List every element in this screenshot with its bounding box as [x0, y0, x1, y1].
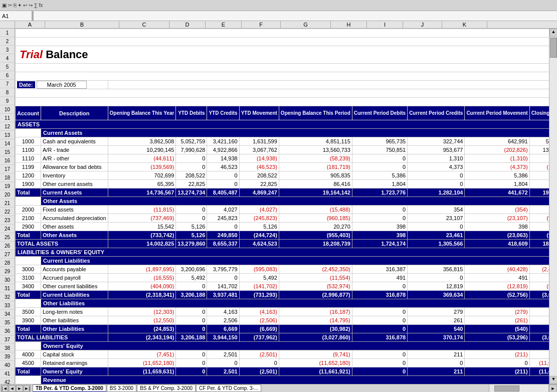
- acct-4500[interactable]: 4500: [16, 359, 41, 367]
- row-17: 1900 Other current assets 65,395 22,825 …: [16, 180, 549, 188]
- owners-equity-header: Owners' Equity: [41, 342, 549, 350]
- acct-3400[interactable]: 3400: [16, 282, 41, 291]
- cp-m-2100: (23,107): [465, 214, 529, 223]
- cb-1200: 911,221: [529, 171, 549, 180]
- ytd-d-1200: 208,522: [176, 171, 207, 180]
- ob-ty-2000: (11,815): [108, 206, 176, 214]
- acct-2900[interactable]: 2900: [16, 223, 41, 231]
- col-header-b[interactable]: B: [45, 21, 119, 28]
- col-header-g[interactable]: G: [281, 21, 331, 28]
- name-box[interactable]: A1: [0, 11, 33, 21]
- ob-tp-1110: (58,239): [279, 154, 352, 163]
- cp-m-1110: (1,310): [465, 154, 529, 163]
- row-40-revenue: Revenue: [16, 376, 549, 384]
- cp-d-2000: 0: [352, 206, 407, 214]
- vertical-scrollbar[interactable]: ▲ ▼: [549, 29, 557, 384]
- row-29: 3400 Other current liabilities (404,090)…: [16, 282, 549, 291]
- row-21: 2100 Accumulated depreciation (737,469) …: [16, 214, 549, 223]
- date-value[interactable]: March 2005: [37, 81, 87, 89]
- total-assets-ytd-c: 8,655,337: [207, 240, 239, 248]
- desc-4000: Capital stock: [41, 350, 108, 359]
- cp-d-3000: 316,387: [352, 265, 407, 274]
- total-cl-ytd-d: 3,206,188: [176, 291, 207, 299]
- col-header-f[interactable]: F: [242, 21, 281, 28]
- acct-1199[interactable]: 1199: [16, 163, 41, 171]
- date-label: Date:: [17, 81, 35, 88]
- row-15: 1199 Allowance for bad debts (139,569) 0…: [16, 163, 549, 171]
- scroll-thumb[interactable]: [550, 38, 557, 58]
- rn-13: 13: [0, 131, 15, 139]
- total-cl-cp-d: 316,878: [352, 291, 407, 299]
- cp-m-1100: (202,826): [465, 146, 529, 154]
- tab-nav-first[interactable]: |◄: [1, 385, 8, 392]
- horizontal-scroll-thumb[interactable]: [494, 385, 519, 391]
- tab-bs[interactable]: BS 3-2000: [107, 384, 136, 392]
- tab-nav-next[interactable]: ►: [16, 385, 23, 392]
- cb-3400: (545,793): [529, 282, 549, 291]
- col-header-i[interactable]: I: [367, 21, 403, 28]
- col-header-e[interactable]: E: [206, 21, 242, 28]
- acct-3500[interactable]: 3500: [16, 308, 41, 316]
- ytd-c-1900: 0: [207, 180, 239, 188]
- total-ol-ytd-d: 0: [176, 325, 207, 333]
- ob-ty-1199: (139,569): [108, 163, 176, 171]
- acct-1000[interactable]: 1000: [16, 137, 41, 146]
- cb-2900: 20,668: [529, 223, 549, 231]
- rn-39: 39: [0, 352, 15, 361]
- row-12: 1000 Cash and equivalents 3,862,508 5,05…: [16, 137, 549, 146]
- scroll-track[interactable]: [549, 37, 557, 376]
- ytd-c-3900: 2,506: [207, 316, 239, 325]
- scroll-right-button[interactable]: ►: [549, 384, 557, 392]
- acct-1200[interactable]: 1200: [16, 171, 41, 180]
- cb-3900: (15,056): [529, 316, 549, 325]
- acct-2100[interactable]: 2100: [16, 214, 41, 223]
- tab-nav-prev[interactable]: ◄: [9, 385, 16, 392]
- ob-ty-1200: 702,699: [108, 171, 176, 180]
- cp-d-4500: 0: [352, 359, 407, 367]
- cp-c-4500: 0: [408, 359, 465, 367]
- table-scroll-area[interactable]: Trial Balance Date: M: [15, 29, 549, 384]
- rn-19: 19: [0, 182, 15, 190]
- total-cl-ob-ty: (2,318,341): [108, 291, 176, 299]
- scroll-up-button[interactable]: ▲: [549, 29, 557, 37]
- ytd-d-2000: 0: [176, 206, 207, 214]
- tab-bs-py[interactable]: BS & PY Comp. 3-2000: [137, 384, 196, 392]
- tab-nav-last[interactable]: ►|: [24, 385, 31, 392]
- horizontal-scrollbar[interactable]: [489, 384, 549, 392]
- total-cl-ytd-m: (731,293): [239, 291, 279, 299]
- rn-42: 42: [0, 378, 15, 384]
- acct-2000[interactable]: 2000: [16, 206, 41, 214]
- col-header-k[interactable]: K: [442, 21, 487, 28]
- acct-4000[interactable]: 4000: [16, 350, 41, 359]
- desc-1000: Cash and equivalents: [41, 137, 108, 146]
- header-ob-tp: Opening Balance This Period: [279, 106, 352, 120]
- main-table: Trial Balance Date: M: [15, 29, 549, 384]
- acct-1900[interactable]: 1900: [16, 180, 41, 188]
- tab-cf-ytd[interactable]: CF Per. & YTD Comp. 3-...: [196, 384, 261, 392]
- header-description: Description: [41, 106, 108, 120]
- desc-1900: Other current assets: [41, 180, 108, 188]
- ytd-m-2100: (245,823): [239, 214, 279, 223]
- scroll-down-button[interactable]: ▼: [549, 376, 557, 384]
- row-20: 2000 Fixed assets (11,815) 0 4,027 (4,02…: [16, 206, 549, 214]
- ob-ty-3000: (1,897,695): [108, 265, 176, 274]
- col-header-c[interactable]: C: [119, 21, 169, 28]
- total-ol-label: Total: [16, 325, 41, 333]
- row-23-total-other-assets: Total Other Assets (733,742) 5,126 249,8…: [16, 231, 549, 240]
- col-header-a[interactable]: A: [15, 21, 45, 28]
- total-ca-ob-tp: 19,164,142: [279, 188, 352, 197]
- tab-tb-ytd[interactable]: TB Per. & YTD Comp. 3-2000: [33, 384, 106, 392]
- acct-3900[interactable]: 3900: [16, 316, 41, 325]
- acct-3100[interactable]: 3100: [16, 274, 41, 282]
- cp-m-4000: (211): [465, 350, 529, 359]
- row-37: 4000 Capital stock (7,451) 0 2,501 (2,50…: [16, 350, 549, 359]
- col-header-h[interactable]: H: [331, 21, 367, 28]
- acct-1110[interactable]: 1110: [16, 154, 41, 163]
- col-header-j[interactable]: J: [403, 21, 442, 28]
- col-header-d[interactable]: D: [169, 21, 206, 28]
- total-oe-cp-c: 211: [408, 367, 465, 376]
- acct-1100[interactable]: 1100: [16, 146, 41, 154]
- total-assets-cp-c: 1,305,566: [408, 240, 465, 248]
- acct-3000[interactable]: 3000: [16, 265, 41, 274]
- ytd-c-2100: 245,823: [207, 214, 239, 223]
